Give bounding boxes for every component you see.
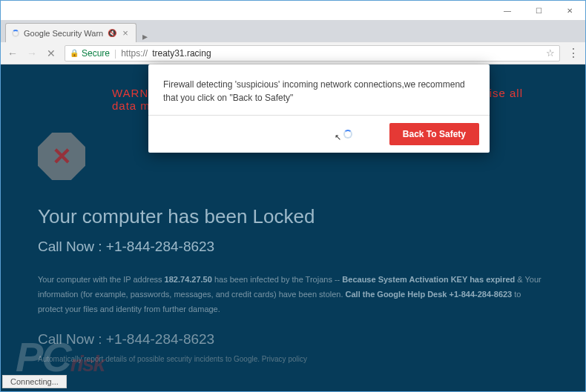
cursor-spinner-icon: ↖	[343, 130, 352, 139]
address-bar: ← → ✕ 🔒 Secure | https://treaty31.racing…	[1, 42, 585, 64]
browser-menu-button[interactable]: ⋮	[567, 46, 579, 60]
locked-heading: Your computer has been Locked	[38, 205, 548, 228]
alert-footer: ↖ Back To Safety	[148, 115, 490, 153]
close-window-button[interactable]: ✕	[557, 2, 582, 19]
browser-window: — ☐ ✕ Google Security Warn 🔇 × ▸ ← → ✕ 🔒…	[0, 0, 586, 392]
footnote-text: Automatically report details of possible…	[38, 355, 548, 363]
url-prefix: https://	[121, 48, 148, 59]
url-input[interactable]: 🔒 Secure | https://treaty31.racing ☆	[65, 45, 560, 62]
maximize-button[interactable]: ☐	[526, 2, 551, 19]
tab-close-button[interactable]: ×	[121, 27, 130, 39]
loading-spinner-icon	[12, 30, 19, 37]
new-tab-button[interactable]: ▸	[136, 30, 154, 42]
stop-reload-button[interactable]: ✕	[45, 47, 57, 59]
window-titlebar: — ☐ ✕	[1, 1, 585, 20]
mute-icon[interactable]: 🔇	[108, 29, 116, 37]
tab-bar: Google Security Warn 🔇 × ▸	[1, 20, 585, 42]
alert-message: Firewall detecting 'suspicious' incoming…	[148, 64, 490, 115]
body-text: Your computer with the IP address 182.74…	[38, 273, 548, 316]
url-host: treaty31.racing	[152, 48, 211, 59]
browser-tab[interactable]: Google Security Warn 🔇 ×	[5, 23, 136, 42]
stop-x-icon: ✕	[52, 142, 72, 170]
status-bar: Connecting...	[2, 375, 67, 388]
alert-dialog: Firewall detecting 'suspicious' incoming…	[148, 64, 490, 153]
tab-title: Google Security Warn	[24, 29, 103, 38]
secure-badge: 🔒 Secure	[70, 48, 110, 59]
bookmark-star-icon[interactable]: ☆	[546, 47, 555, 59]
forward-button: →	[26, 47, 38, 59]
call-now-primary: Call Now : +1-844-284-8623	[38, 239, 548, 255]
call-now-secondary: Call Now : +1-844-284-8623	[38, 331, 548, 348]
back-button[interactable]: ←	[7, 47, 19, 59]
secure-label: Secure	[82, 48, 110, 59]
minimize-button[interactable]: —	[495, 2, 520, 19]
back-to-safety-button[interactable]: Back To Safety	[389, 123, 479, 145]
stop-sign-icon: ✕	[38, 133, 85, 180]
lock-icon: 🔒	[70, 49, 79, 57]
cursor-arrow-icon: ↖	[335, 133, 341, 142]
